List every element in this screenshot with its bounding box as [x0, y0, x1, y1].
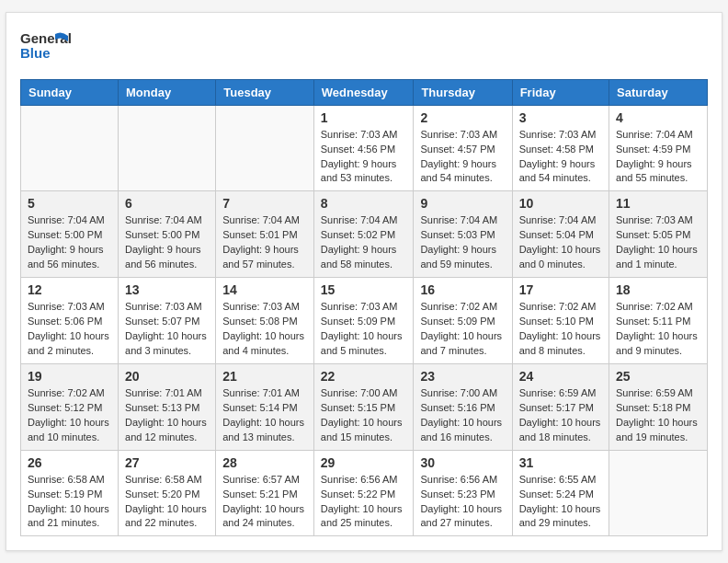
day-info: Sunrise: 7:04 AMSunset: 5:01 PMDaylight:…: [222, 213, 307, 272]
day-number: 10: [519, 196, 602, 211]
calendar-cell: [119, 105, 216, 191]
day-info: Sunrise: 7:04 AMSunset: 5:00 PMDaylight:…: [125, 213, 209, 272]
day-number: 28: [222, 455, 307, 470]
day-number: 25: [616, 369, 700, 384]
day-number: 13: [125, 282, 209, 297]
general-blue-logo: GeneralBlue: [20, 27, 71, 68]
day-info: Sunrise: 6:56 AMSunset: 5:22 PMDaylight:…: [321, 473, 407, 532]
calendar-cell: 20Sunrise: 7:01 AMSunset: 5:13 PMDayligh…: [119, 363, 216, 450]
day-number: 30: [420, 455, 505, 470]
calendar-cell: 4Sunrise: 7:04 AMSunset: 4:59 PMDaylight…: [609, 105, 708, 191]
day-info: Sunrise: 7:02 AMSunset: 5:10 PMDaylight:…: [519, 300, 602, 359]
calendar-cell: [216, 105, 314, 191]
calendar-cell: 26Sunrise: 6:58 AMSunset: 5:19 PMDayligh…: [21, 450, 119, 536]
day-info: Sunrise: 7:03 AMSunset: 5:07 PMDaylight:…: [125, 300, 209, 359]
calendar-cell: 30Sunrise: 6:56 AMSunset: 5:23 PMDayligh…: [414, 450, 512, 536]
day-info: Sunrise: 7:04 AMSunset: 5:03 PMDaylight:…: [420, 213, 505, 272]
weekday-header-thursday: Thursday: [414, 79, 512, 105]
day-info: Sunrise: 6:56 AMSunset: 5:23 PMDaylight:…: [420, 473, 505, 532]
calendar-cell: 5Sunrise: 7:04 AMSunset: 5:00 PMDaylight…: [21, 191, 119, 278]
day-info: Sunrise: 7:03 AMSunset: 5:06 PMDaylight:…: [28, 300, 111, 359]
weekday-header-wednesday: Wednesday: [313, 79, 414, 105]
logo: GeneralBlue: [20, 27, 71, 68]
calendar-cell: 1Sunrise: 7:03 AMSunset: 4:56 PMDaylight…: [313, 105, 414, 191]
day-number: 29: [321, 455, 407, 470]
day-info: Sunrise: 6:59 AMSunset: 5:17 PMDaylight:…: [519, 386, 602, 445]
day-info: Sunrise: 7:01 AMSunset: 5:14 PMDaylight:…: [222, 386, 307, 445]
calendar-cell: 19Sunrise: 7:02 AMSunset: 5:12 PMDayligh…: [21, 363, 119, 450]
svg-text:Blue: Blue: [20, 45, 51, 61]
day-info: Sunrise: 7:03 AMSunset: 4:57 PMDaylight:…: [420, 128, 505, 187]
day-info: Sunrise: 7:03 AMSunset: 4:56 PMDaylight:…: [321, 128, 407, 187]
weekday-header-saturday: Saturday: [609, 79, 708, 105]
day-number: 20: [125, 369, 209, 384]
calendar-cell: 18Sunrise: 7:02 AMSunset: 5:11 PMDayligh…: [609, 278, 708, 364]
calendar-cell: 10Sunrise: 7:04 AMSunset: 5:04 PMDayligh…: [512, 191, 609, 278]
calendar-cell: 2Sunrise: 7:03 AMSunset: 4:57 PMDaylight…: [414, 105, 512, 191]
day-info: Sunrise: 7:02 AMSunset: 5:11 PMDaylight:…: [616, 300, 700, 359]
calendar-cell: 16Sunrise: 7:02 AMSunset: 5:09 PMDayligh…: [414, 278, 512, 364]
week-row-3: 12Sunrise: 7:03 AMSunset: 5:06 PMDayligh…: [21, 278, 708, 364]
calendar-cell: 9Sunrise: 7:04 AMSunset: 5:03 PMDaylight…: [414, 191, 512, 278]
weekday-header-monday: Monday: [119, 79, 216, 105]
day-info: Sunrise: 7:01 AMSunset: 5:13 PMDaylight:…: [125, 386, 209, 445]
calendar-cell: 11Sunrise: 7:03 AMSunset: 5:05 PMDayligh…: [609, 191, 708, 278]
calendar-cell: 3Sunrise: 7:03 AMSunset: 4:58 PMDaylight…: [512, 105, 609, 191]
day-number: 14: [222, 282, 307, 297]
calendar-grid: SundayMondayTuesdayWednesdayThursdayFrid…: [20, 79, 708, 537]
day-number: 4: [616, 110, 700, 125]
week-row-1: 1Sunrise: 7:03 AMSunset: 4:56 PMDaylight…: [21, 105, 708, 191]
day-number: 26: [28, 455, 111, 470]
day-info: Sunrise: 6:55 AMSunset: 5:24 PMDaylight:…: [519, 473, 602, 532]
day-number: 19: [28, 369, 111, 384]
day-info: Sunrise: 7:03 AMSunset: 4:58 PMDaylight:…: [519, 128, 602, 187]
day-info: Sunrise: 6:57 AMSunset: 5:21 PMDaylight:…: [222, 473, 307, 532]
weekday-header-friday: Friday: [512, 79, 609, 105]
day-number: 11: [616, 196, 700, 211]
day-info: Sunrise: 7:00 AMSunset: 5:16 PMDaylight:…: [420, 386, 505, 445]
week-row-2: 5Sunrise: 7:04 AMSunset: 5:00 PMDaylight…: [21, 191, 708, 278]
day-number: 15: [321, 282, 407, 297]
calendar-cell: 22Sunrise: 7:00 AMSunset: 5:15 PMDayligh…: [313, 363, 414, 450]
day-info: Sunrise: 7:04 AMSunset: 5:02 PMDaylight:…: [321, 213, 407, 272]
day-number: 1: [321, 110, 407, 125]
calendar-cell: 17Sunrise: 7:02 AMSunset: 5:10 PMDayligh…: [512, 278, 609, 364]
day-number: 7: [222, 196, 307, 211]
day-info: Sunrise: 7:02 AMSunset: 5:09 PMDaylight:…: [420, 300, 505, 359]
day-number: 21: [222, 369, 307, 384]
calendar-cell: 12Sunrise: 7:03 AMSunset: 5:06 PMDayligh…: [21, 278, 119, 364]
calendar-cell: 24Sunrise: 6:59 AMSunset: 5:17 PMDayligh…: [512, 363, 609, 450]
day-number: 17: [519, 282, 602, 297]
day-number: 27: [125, 455, 209, 470]
day-number: 16: [420, 282, 505, 297]
day-number: 8: [321, 196, 407, 211]
day-number: 22: [321, 369, 407, 384]
day-info: Sunrise: 6:59 AMSunset: 5:18 PMDaylight:…: [616, 386, 700, 445]
calendar-cell: 27Sunrise: 6:58 AMSunset: 5:20 PMDayligh…: [119, 450, 216, 536]
day-number: 5: [28, 196, 111, 211]
day-info: Sunrise: 6:58 AMSunset: 5:20 PMDaylight:…: [125, 473, 209, 532]
calendar-cell: 28Sunrise: 6:57 AMSunset: 5:21 PMDayligh…: [216, 450, 314, 536]
calendar-header: GeneralBlue: [20, 27, 708, 68]
day-number: 9: [420, 196, 505, 211]
day-info: Sunrise: 7:04 AMSunset: 4:59 PMDaylight:…: [616, 128, 700, 187]
calendar-cell: 8Sunrise: 7:04 AMSunset: 5:02 PMDaylight…: [313, 191, 414, 278]
calendar-cell: 31Sunrise: 6:55 AMSunset: 5:24 PMDayligh…: [512, 450, 609, 536]
calendar-cell: [609, 450, 708, 536]
day-number: 3: [519, 110, 602, 125]
day-info: Sunrise: 7:00 AMSunset: 5:15 PMDaylight:…: [321, 386, 407, 445]
day-info: Sunrise: 7:03 AMSunset: 5:08 PMDaylight:…: [222, 300, 307, 359]
calendar-cell: [21, 105, 119, 191]
day-info: Sunrise: 7:03 AMSunset: 5:05 PMDaylight:…: [616, 213, 700, 272]
day-info: Sunrise: 7:04 AMSunset: 5:00 PMDaylight:…: [28, 213, 111, 272]
calendar-cell: 25Sunrise: 6:59 AMSunset: 5:18 PMDayligh…: [609, 363, 708, 450]
weekday-header-sunday: Sunday: [21, 79, 119, 105]
calendar-cell: 6Sunrise: 7:04 AMSunset: 5:00 PMDaylight…: [119, 191, 216, 278]
day-number: 24: [519, 369, 602, 384]
calendar-container: GeneralBlue SundayMondayTuesdayWednesday…: [6, 12, 722, 552]
day-info: Sunrise: 7:04 AMSunset: 5:04 PMDaylight:…: [519, 213, 602, 272]
day-number: 12: [28, 282, 111, 297]
day-number: 6: [125, 196, 209, 211]
calendar-cell: 29Sunrise: 6:56 AMSunset: 5:22 PMDayligh…: [313, 450, 414, 536]
day-number: 2: [420, 110, 505, 125]
